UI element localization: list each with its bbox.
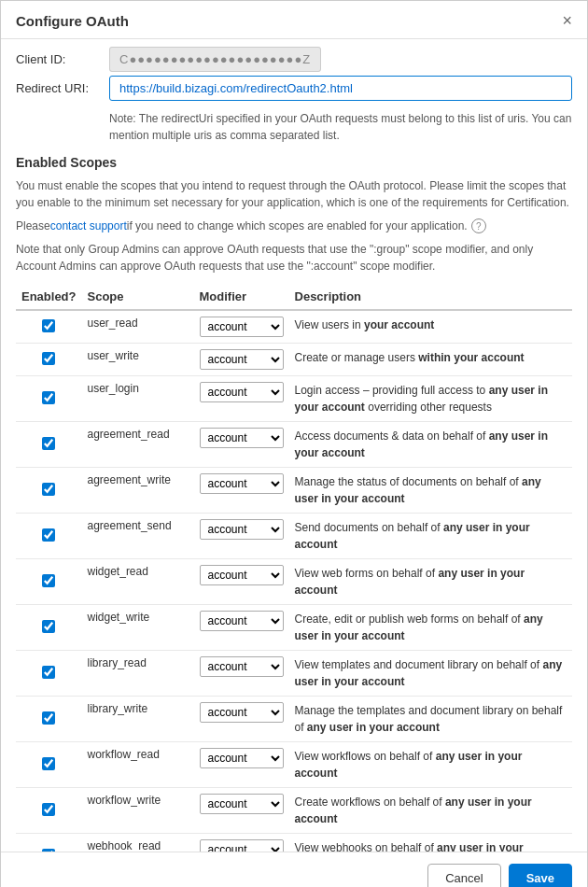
- scope-checkbox[interactable]: [42, 352, 55, 365]
- scope-name-cell: widget_write: [82, 605, 194, 651]
- scope-checkbox[interactable]: [42, 528, 55, 542]
- scope-description-cell: View web forms on behalf of any user in …: [289, 559, 572, 605]
- scope-description-cell: Manage the status of documents on behalf…: [289, 468, 572, 514]
- redirect-uri-input[interactable]: [109, 76, 572, 101]
- scope-checkbox[interactable]: [42, 620, 55, 633]
- scope-name: webhook_read: [88, 839, 161, 852]
- scope-modifier-select[interactable]: accountgroupuser: [200, 428, 284, 448]
- scope-description: View users in your account: [295, 318, 435, 331]
- scope-enabled-cell: [16, 468, 82, 514]
- scope-description: Manage the status of documents on behalf…: [295, 475, 541, 505]
- table-row: user_readaccountgroupuserView users in y…: [16, 310, 572, 344]
- scope-name-cell: agreement_send: [82, 514, 194, 559]
- help-icon[interactable]: ?: [471, 218, 486, 233]
- scope-description: View web forms on behalf of any user in …: [295, 567, 525, 597]
- scope-modifier-select[interactable]: accountgroupuser: [200, 656, 284, 677]
- table-header-row: Enabled? Scope Modifier Description: [16, 284, 572, 310]
- scope-name: library_write: [88, 702, 148, 715]
- scope-modifier-select[interactable]: accountgroupuser: [200, 565, 284, 585]
- scope-name-cell: agreement_write: [82, 468, 194, 514]
- scope-enabled-cell: [16, 422, 82, 468]
- redirect-uri-note: Note: The redirectUri specified in your …: [109, 110, 572, 144]
- admin-note: Note that only Group Admins can approve …: [16, 241, 572, 275]
- scope-modifier-select[interactable]: accountgroupuser: [200, 382, 284, 402]
- scopes-info-text: You must enable the scopes that you inte…: [16, 177, 572, 211]
- client-id-label: Client ID:: [16, 52, 109, 66]
- scope-description-cell: View users in your account: [289, 310, 572, 344]
- scope-modifier-cell: accountgroupuser: [194, 468, 289, 514]
- cancel-button[interactable]: Cancel: [427, 864, 500, 887]
- scope-description: Access documents & data on behalf of any…: [295, 429, 548, 459]
- scope-enabled-cell: [16, 310, 82, 344]
- scope-description: Create workflows on behalf of any user i…: [295, 795, 532, 825]
- scope-enabled-cell: [16, 605, 82, 651]
- scope-checkbox[interactable]: [42, 849, 55, 852]
- table-row: library_readaccountgroupuserView templat…: [16, 651, 572, 697]
- scope-modifier-select[interactable]: accountgroupuser: [200, 794, 284, 814]
- scope-description-cell: Login access – providing full access to …: [289, 376, 572, 422]
- scope-modifier-select[interactable]: accountgroupuser: [200, 748, 284, 768]
- scope-checkbox[interactable]: [42, 803, 55, 816]
- scope-enabled-cell: [16, 697, 82, 742]
- scope-checkbox[interactable]: [42, 437, 55, 450]
- scope-checkbox[interactable]: [42, 574, 55, 587]
- scope-modifier-cell: accountgroupuser: [194, 742, 289, 788]
- table-row: user_writeaccountgroupuserCreate or mana…: [16, 344, 572, 376]
- scope-enabled-cell: [16, 742, 82, 788]
- table-row: library_writeaccountgroupuserManage the …: [16, 697, 572, 742]
- scope-enabled-cell: [16, 834, 82, 852]
- scope-name-cell: user_read: [82, 310, 194, 344]
- scope-name: user_write: [88, 349, 139, 362]
- scope-modifier-select[interactable]: accountgroupuser: [200, 702, 284, 723]
- col-description: Description: [289, 284, 572, 310]
- scope-name: user_login: [88, 382, 139, 395]
- dialog-body: Client ID: C●●●●●●●●●●●●●●●●●●●●●Z Redir…: [1, 39, 587, 852]
- scope-name-cell: library_read: [82, 651, 194, 697]
- scope-description-cell: View webhooks on behalf of any user in y…: [289, 834, 572, 852]
- scope-description-cell: Create or manage users within your accou…: [289, 344, 572, 376]
- col-enabled: Enabled?: [16, 284, 82, 310]
- table-row: workflow_writeaccountgroupuserCreate wor…: [16, 788, 572, 834]
- scope-modifier-select[interactable]: accountgroupuser: [200, 611, 284, 631]
- dialog-footer: Cancel Save: [1, 852, 587, 887]
- scope-description: Login access – providing full access to …: [295, 384, 548, 414]
- scope-modifier-select[interactable]: accountgroupuser: [200, 839, 284, 852]
- scope-description-cell: Manage the templates and document librar…: [289, 697, 572, 742]
- close-button[interactable]: ×: [562, 12, 572, 29]
- scope-checkbox[interactable]: [42, 757, 55, 770]
- scope-modifier-cell: accountgroupuser: [194, 559, 289, 605]
- scope-modifier-select[interactable]: accountgroupuser: [200, 519, 284, 540]
- save-button[interactable]: Save: [509, 864, 572, 887]
- contact-post-text: if you need to change which scopes are e…: [127, 219, 468, 232]
- contact-pre-text: Please: [16, 219, 50, 232]
- scope-modifier-cell: accountgroupuser: [194, 422, 289, 468]
- scope-enabled-cell: [16, 788, 82, 834]
- scope-checkbox[interactable]: [42, 483, 55, 496]
- scope-modifier-cell: accountgroupuser: [194, 834, 289, 852]
- scope-description-cell: Create workflows on behalf of any user i…: [289, 788, 572, 834]
- redirect-uri-input-container: [109, 76, 572, 101]
- scope-checkbox[interactable]: [42, 391, 55, 404]
- scope-modifier-select[interactable]: accountgroupuser: [200, 349, 284, 370]
- scope-name-cell: user_write: [82, 344, 194, 376]
- scope-name-cell: workflow_write: [82, 788, 194, 834]
- scope-checkbox[interactable]: [42, 666, 55, 679]
- scope-modifier-cell: accountgroupuser: [194, 514, 289, 559]
- scope-name: agreement_read: [88, 428, 170, 441]
- table-row: user_loginaccountgroupuserLogin access –…: [16, 376, 572, 422]
- table-row: agreement_sendaccountgroupuserSend docum…: [16, 514, 572, 559]
- dialog-title: Configure OAuth: [16, 13, 129, 29]
- scope-modifier-cell: accountgroupuser: [194, 376, 289, 422]
- scope-checkbox[interactable]: [42, 319, 55, 332]
- contact-support-link[interactable]: contact support: [50, 219, 127, 232]
- scope-modifier-select[interactable]: accountgroupuser: [200, 473, 284, 494]
- client-id-row: Client ID: C●●●●●●●●●●●●●●●●●●●●●Z: [16, 52, 572, 66]
- scope-description-cell: Access documents & data on behalf of any…: [289, 422, 572, 468]
- enabled-scopes-title: Enabled Scopes: [16, 155, 572, 170]
- scope-name-cell: webhook_read: [82, 834, 194, 852]
- table-row: widget_readaccountgroupuserView web form…: [16, 559, 572, 605]
- scope-modifier-cell: accountgroupuser: [194, 788, 289, 834]
- scope-checkbox[interactable]: [42, 711, 55, 725]
- scope-modifier-select[interactable]: accountgroupuser: [200, 317, 284, 337]
- scope-description-cell: Create, edit or publish web forms on beh…: [289, 605, 572, 651]
